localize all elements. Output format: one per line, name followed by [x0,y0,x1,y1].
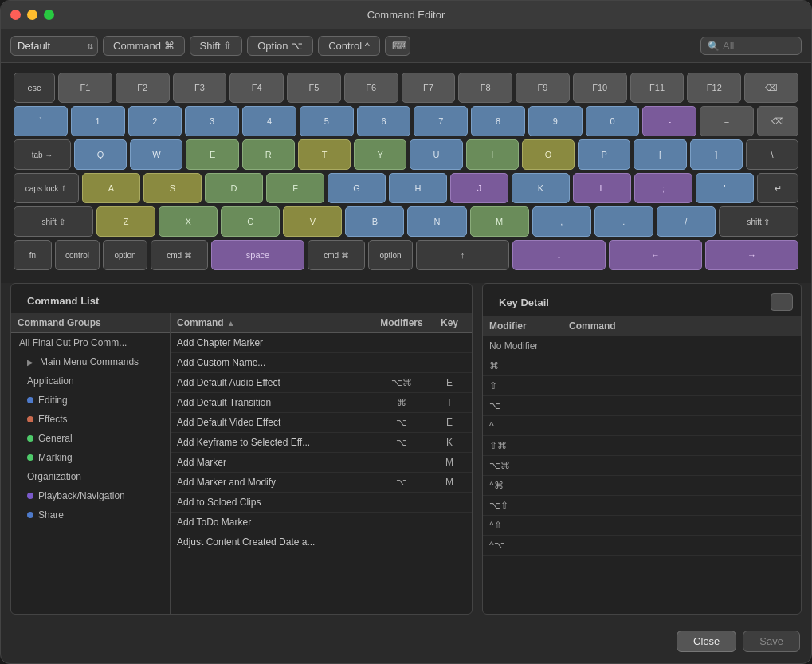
cmd-row-add-chapter[interactable]: Add Chapter Marker [171,333,472,353]
key-p[interactable]: P [578,139,630,170]
key-2[interactable]: 2 [128,106,182,136]
cmd-row-add-marker[interactable]: Add Marker M [171,453,472,473]
keyboard-icon-button[interactable]: ⌨ [385,36,410,56]
key-o[interactable]: O [522,139,575,170]
key-rbracket[interactable]: ] [690,139,743,170]
key-down[interactable]: ↓ [512,240,606,270]
key-shift-left[interactable]: shift ⇧ [14,206,93,237]
key-f[interactable]: F [266,173,324,203]
key-f9[interactable]: F9 [516,73,570,103]
key-l[interactable]: L [573,173,631,203]
key-backtick[interactable]: ` [14,106,68,136]
command-modifier-button[interactable]: Command ⌘ [103,36,185,56]
key-8[interactable]: 8 [471,106,525,136]
key-comma[interactable]: , [532,206,591,237]
group-general[interactable]: General [11,429,170,448]
key-cmd-right[interactable]: cmd ⌘ [308,240,365,270]
kd-row-opt-shift[interactable]: ⌥⇧ [483,496,801,516]
key-u[interactable]: U [410,139,462,170]
group-marking[interactable]: Marking [11,448,170,467]
kd-row-opt[interactable]: ⌥ [483,396,801,416]
key-option-left[interactable]: option [103,240,147,270]
save-button[interactable]: Save [743,631,800,652]
key-e[interactable]: E [186,139,238,170]
key-quote[interactable]: ' [696,173,754,203]
key-3[interactable]: 3 [185,106,239,136]
search-input[interactable] [723,40,794,52]
key-fn[interactable]: fn [14,240,52,270]
key-s[interactable]: S [143,173,202,203]
key-a[interactable]: A [82,173,140,203]
key-delete-fn[interactable]: ⌫ [744,73,798,103]
key-9[interactable]: 9 [528,106,583,136]
group-playback[interactable]: Playback/Navigation [11,486,170,505]
key-minus[interactable]: - [642,106,696,136]
kd-row-cmd[interactable]: ⌘ [483,356,801,376]
key-c[interactable]: C [221,206,280,237]
key-f4[interactable]: F4 [229,73,284,103]
key-f12[interactable]: F12 [687,73,741,103]
key-f6[interactable]: F6 [344,73,398,103]
key-y[interactable]: Y [354,139,406,170]
option-modifier-button[interactable]: Option ⌥ [247,36,313,56]
shift-modifier-button[interactable]: Shift ⇧ [190,36,243,56]
key-t[interactable]: T [298,139,351,170]
key-shift-right[interactable]: shift ⇧ [719,206,798,237]
group-effects[interactable]: Effects [11,410,170,429]
key-f5[interactable]: F5 [287,73,341,103]
key-b[interactable]: B [345,206,404,237]
key-1[interactable]: 1 [71,106,125,136]
kd-row-ctrl[interactable]: ^ [483,416,801,436]
cmd-row-add-video[interactable]: Add Default Video Effect ⌥ E [171,413,472,433]
key-5[interactable]: 5 [300,106,354,136]
cmd-row-add-soloed[interactable]: Add to Soloed Clips [171,493,472,513]
kd-row-ctrl-shift[interactable]: ^⇧ [483,516,801,536]
key-7[interactable]: 7 [414,106,468,136]
key-0[interactable]: 0 [586,106,640,136]
group-share[interactable]: Share [11,505,170,525]
key-enter[interactable]: ↵ [757,173,798,203]
group-organization[interactable]: Organization [11,467,170,486]
key-detail-action-button[interactable] [771,293,793,311]
key-f10[interactable]: F10 [573,73,627,103]
key-h[interactable]: H [389,173,447,203]
key-z[interactable]: Z [96,206,155,237]
cmd-row-add-keyframe[interactable]: Add Keyframe to Selected Eff... ⌥ K [171,433,472,453]
kd-row-opt-cmd[interactable]: ⌥⌘ [483,456,801,476]
kd-row-ctrl-cmd[interactable]: ^⌘ [483,476,801,496]
kd-row-shift[interactable]: ⇧ [483,376,801,396]
cmd-row-add-audio[interactable]: Add Default Audio Effect ⌥⌘ E [171,373,472,393]
key-space[interactable]: space [211,240,304,270]
key-tab[interactable]: tab → [14,139,71,170]
key-q[interactable]: Q [74,139,127,170]
key-f8[interactable]: F8 [458,73,512,103]
cmd-row-add-todo[interactable]: Add ToDo Marker [171,513,472,532]
group-main-menu[interactable]: ▶ Main Menu Commands [11,352,170,371]
group-application[interactable]: Application [11,371,170,391]
key-4[interactable]: 4 [242,106,296,136]
key-esc[interactable]: esc [14,73,55,103]
key-period[interactable]: . [594,206,653,237]
key-option-right[interactable]: option [368,240,413,270]
maximize-button[interactable] [44,10,54,20]
key-x[interactable]: X [159,206,218,237]
key-n[interactable]: N [407,206,466,237]
key-right[interactable]: → [705,240,798,270]
key-j[interactable]: J [450,173,508,203]
cmd-row-adjust-content[interactable]: Adjust Content Created Date a... [171,532,472,552]
kd-row-no-modifier[interactable]: No Modifier [483,336,801,356]
close-button[interactable] [10,10,21,20]
key-lbracket[interactable]: [ [634,139,686,170]
key-semicolon[interactable]: ; [634,173,692,203]
key-cmd-left[interactable]: cmd ⌘ [151,240,208,270]
close-dialog-button[interactable]: Close [677,631,736,652]
key-r[interactable]: R [242,139,295,170]
key-f2[interactable]: F2 [116,73,170,103]
control-modifier-button[interactable]: Control ^ [318,36,380,56]
minimize-button[interactable] [27,10,37,20]
group-editing[interactable]: Editing [11,391,170,410]
key-f11[interactable]: F11 [630,73,685,103]
key-capslock[interactable]: caps lock ⇧ [14,173,79,203]
key-up[interactable]: ↑ [416,240,509,270]
key-v[interactable]: V [283,206,342,237]
